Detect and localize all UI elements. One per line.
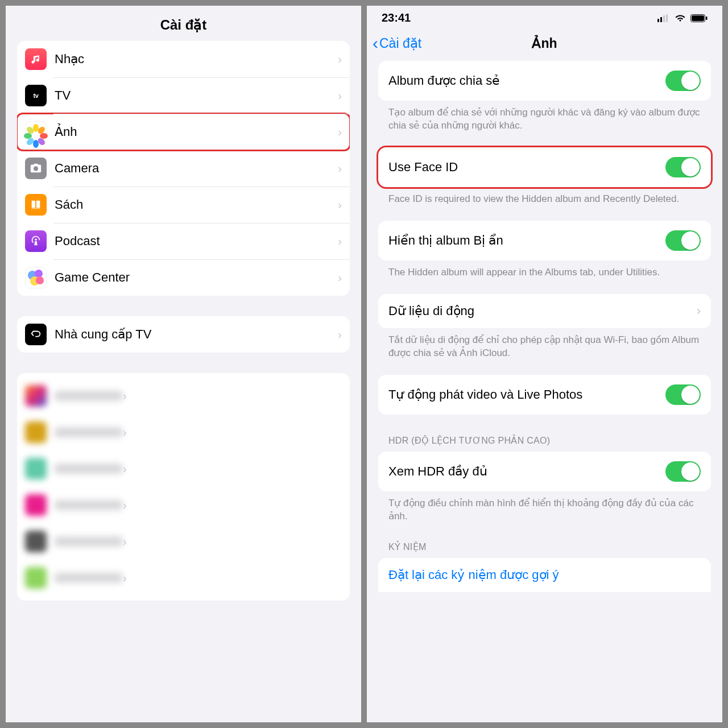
settings-row-music[interactable]: Nhạc ›: [17, 41, 350, 77]
podcast-icon: [25, 230, 47, 252]
hdr-row[interactable]: Xem HDR đầy đủ: [378, 452, 711, 491]
blurred-row[interactable]: ›: [17, 450, 350, 487]
shared-album-row[interactable]: Album được chia sẻ: [378, 61, 711, 101]
shared-album-footer: Tạo album để chia sẻ với những người khá…: [378, 101, 711, 147]
settings-row-label: Nhạc: [55, 52, 338, 67]
memories-header: KỶ NIỆM: [378, 538, 711, 558]
hidden-album-row[interactable]: Hiển thị album Bị ẩn: [378, 221, 711, 260]
hidden-album-toggle[interactable]: [665, 230, 701, 251]
hidden-album-footer: The Hidden album will appear in the Albu…: [378, 260, 711, 294]
settings-row-podcast[interactable]: Podcast ›: [17, 223, 350, 259]
blurred-row[interactable]: ›: [17, 560, 350, 596]
settings-row-label: Game Center: [55, 270, 338, 285]
reset-memories-label: Đặt lại các kỷ niệm được gợi ý: [388, 568, 559, 582]
svg-point-0: [35, 238, 37, 241]
chevron-right-icon: ›: [338, 235, 342, 248]
shared-album-toggle[interactable]: [665, 71, 701, 91]
hdr-footer: Tự động điều chỉnh màn hình để hiển thị …: [378, 491, 711, 538]
autoplay-row[interactable]: Tự động phát video và Live Photos: [378, 375, 711, 415]
blurred-row[interactable]: ›: [17, 414, 350, 450]
hdr-group: Xem HDR đầy đủ: [378, 452, 711, 491]
row-label: Hiển thị album Bị ẩn: [388, 233, 665, 248]
faceid-row[interactable]: Use Face ID: [378, 147, 711, 187]
back-button[interactable]: ‹ Cài đặt: [373, 34, 421, 53]
faceid-footer: Face ID is required to view the Hidden a…: [378, 187, 711, 221]
cellular-footer: Tắt dữ liệu di động để chỉ cho phép cập …: [378, 328, 711, 375]
hdr-header: HDR (ĐỘ LỆCH TƯƠNG PHẢN CAO): [378, 432, 711, 452]
settings-row-photos[interactable]: Ảnh ›: [17, 114, 350, 150]
settings-row-gamecenter[interactable]: Game Center ›: [17, 259, 350, 296]
status-time: 23:41: [382, 11, 411, 24]
row-label: Use Face ID: [388, 160, 665, 175]
row-label: Xem HDR đầy đủ: [388, 464, 665, 479]
settings-screen: Cài đặt Nhạc › tv TV ›: [6, 6, 361, 722]
faceid-group: Use Face ID: [378, 147, 711, 187]
settings-row-label: Camera: [55, 161, 338, 176]
settings-row-tvprovider[interactable]: Nhà cung cấp TV ›: [17, 316, 350, 353]
settings-row-label: Nhà cung cấp TV: [55, 327, 338, 342]
cellular-group: Dữ liệu di động ›: [378, 294, 711, 328]
photos-icon: [25, 121, 47, 143]
settings-group-media: Nhạc › tv TV ›: [17, 41, 350, 296]
svg-rect-2: [660, 17, 662, 22]
wifi-icon: [675, 14, 686, 22]
autoplay-toggle[interactable]: [665, 384, 701, 405]
tvprovider-icon: [25, 324, 47, 345]
settings-row-tv[interactable]: tv TV ›: [17, 77, 350, 114]
svg-rect-1: [657, 19, 659, 22]
settings-row-label: Podcast: [55, 234, 338, 249]
settings-group-blurred: › › › › › ›: [17, 373, 350, 601]
svg-rect-7: [706, 16, 708, 20]
chevron-right-icon: ›: [338, 162, 342, 175]
reset-memories-row[interactable]: Đặt lại các kỷ niệm được gợi ý: [378, 558, 711, 592]
signal-icon: [657, 14, 670, 22]
battery-icon: [690, 14, 708, 22]
chevron-right-icon: ›: [338, 271, 342, 284]
chevron-right-icon: ›: [338, 198, 342, 212]
row-label: Album được chia sẻ: [388, 73, 665, 88]
camera-icon: [25, 158, 47, 179]
hidden-album-group: Hiển thị album Bị ẩn: [378, 221, 711, 260]
blurred-row[interactable]: ›: [17, 487, 350, 523]
blurred-row[interactable]: ›: [17, 378, 350, 414]
chevron-left-icon: ‹: [373, 34, 378, 53]
row-label: Dữ liệu di động: [388, 304, 697, 318]
gamecenter-icon: [25, 267, 47, 288]
chevron-right-icon: ›: [338, 53, 342, 66]
settings-row-label: TV: [55, 88, 338, 103]
chevron-right-icon: ›: [338, 126, 342, 139]
music-icon: [25, 48, 47, 70]
svg-rect-6: [692, 15, 704, 21]
settings-row-books[interactable]: Sách ›: [17, 187, 350, 223]
settings-group-tvprovider: Nhà cung cấp TV ›: [17, 316, 350, 353]
svg-rect-3: [663, 15, 665, 22]
chevron-right-icon: ›: [338, 89, 342, 102]
tv-icon: tv: [25, 85, 47, 106]
autoplay-group: Tự động phát video và Live Photos: [378, 375, 711, 415]
page-title: Ảnh: [532, 36, 557, 51]
page-title: Cài đặt: [6, 6, 361, 41]
chevron-right-icon: ›: [338, 328, 342, 341]
row-label: Tự động phát video và Live Photos: [388, 387, 665, 402]
chevron-right-icon: ›: [697, 304, 701, 318]
photos-settings-screen: 23:41 ‹ Cài đặt Ảnh: [367, 6, 722, 722]
blurred-row[interactable]: ›: [17, 523, 350, 560]
settings-row-label: Ảnh: [55, 125, 338, 139]
books-icon: [25, 194, 47, 216]
settings-row-label: Sách: [55, 197, 338, 212]
shared-album-group: Album được chia sẻ: [378, 61, 711, 101]
nav-bar: ‹ Cài đặt Ảnh: [367, 27, 722, 61]
back-label: Cài đặt: [379, 36, 421, 51]
svg-rect-4: [666, 14, 668, 22]
hdr-toggle[interactable]: [665, 461, 701, 482]
status-bar: 23:41: [367, 6, 722, 27]
settings-row-camera[interactable]: Camera ›: [17, 150, 350, 187]
faceid-toggle[interactable]: [665, 157, 701, 177]
cellular-row[interactable]: Dữ liệu di động ›: [378, 294, 711, 328]
